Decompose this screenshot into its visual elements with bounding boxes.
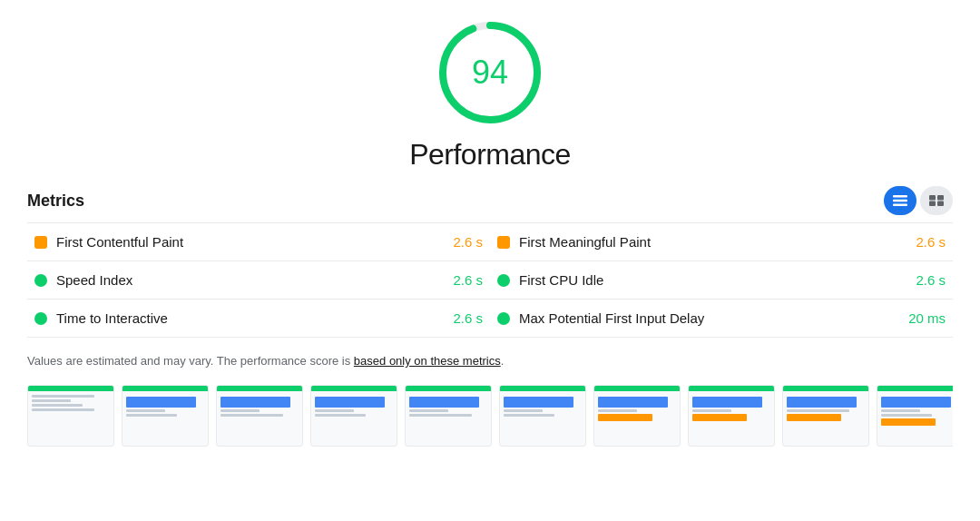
metric-name: Time to Interactive (56, 310, 426, 326)
screenshot-thumb[interactable] (688, 385, 775, 447)
disclaimer-end: . (501, 354, 505, 368)
metric-value: 2.6 s (897, 234, 946, 250)
metric-dot-green (497, 312, 510, 325)
metric-row: First CPU Idle 2.6 s (490, 261, 953, 300)
page-title: Performance (409, 138, 571, 172)
metric-row: First Contentful Paint 2.6 s (27, 223, 490, 261)
screenshot-thumb[interactable] (877, 385, 953, 447)
metric-name: Speed Index (56, 272, 426, 288)
screenshot-thumb[interactable] (310, 385, 397, 447)
disclaimer-link[interactable]: based only on these metrics (354, 354, 501, 368)
score-section: 94 Performance (27, 18, 953, 172)
disclaimer: Values are estimated and may vary. The p… (27, 352, 953, 370)
metric-row: Max Potential First Input Delay 20 ms (490, 300, 953, 338)
metrics-header: Metrics (27, 186, 953, 215)
grid-view-button[interactable] (884, 186, 916, 215)
metric-dot-green (497, 274, 510, 287)
metric-value: 2.6 s (435, 272, 483, 288)
metrics-title: Metrics (27, 192, 84, 211)
metric-dot-green (34, 274, 47, 287)
metric-row: Time to Interactive 2.6 s (27, 300, 490, 338)
svg-rect-3 (893, 200, 907, 202)
screenshot-thumb[interactable] (405, 385, 492, 447)
metric-name: First Meaningful Paint (519, 234, 888, 250)
list-view-button[interactable] (920, 186, 953, 215)
screenshot-thumb[interactable] (782, 385, 869, 447)
screenshots-strip (27, 385, 953, 450)
metric-dot-orange (34, 236, 47, 249)
metric-name: First CPU Idle (519, 272, 888, 288)
metric-dot-green (34, 312, 47, 325)
metric-name: First Contentful Paint (56, 234, 426, 250)
screenshot-thumb[interactable] (27, 385, 114, 447)
svg-rect-4 (893, 204, 907, 207)
metric-name: Max Potential First Input Delay (519, 310, 881, 326)
screenshot-thumb[interactable] (593, 385, 681, 447)
metric-row: First Meaningful Paint 2.6 s (490, 223, 953, 261)
disclaimer-text: Values are estimated and may vary. The p… (27, 354, 354, 368)
score-value: 94 (472, 54, 508, 92)
metric-value: 2.6 s (435, 310, 483, 326)
metric-value: 20 ms (890, 310, 946, 326)
metrics-grid: First Contentful Paint 2.6 s First Meani… (27, 222, 953, 338)
metric-value: 2.6 s (897, 272, 946, 288)
metric-row: Speed Index 2.6 s (27, 261, 490, 300)
screenshot-thumb[interactable] (216, 385, 303, 447)
metric-value: 2.6 s (435, 234, 483, 250)
svg-rect-8 (937, 202, 944, 207)
svg-rect-2 (893, 195, 907, 198)
screenshot-thumb[interactable] (499, 385, 586, 447)
screenshot-thumb[interactable] (122, 385, 209, 447)
svg-rect-7 (929, 202, 936, 207)
svg-rect-5 (929, 195, 936, 201)
metrics-section: Metrics (27, 186, 953, 338)
svg-rect-6 (937, 195, 944, 201)
score-circle: 94 (436, 18, 544, 127)
view-toggle (884, 186, 953, 215)
metric-dot-orange (497, 236, 510, 249)
